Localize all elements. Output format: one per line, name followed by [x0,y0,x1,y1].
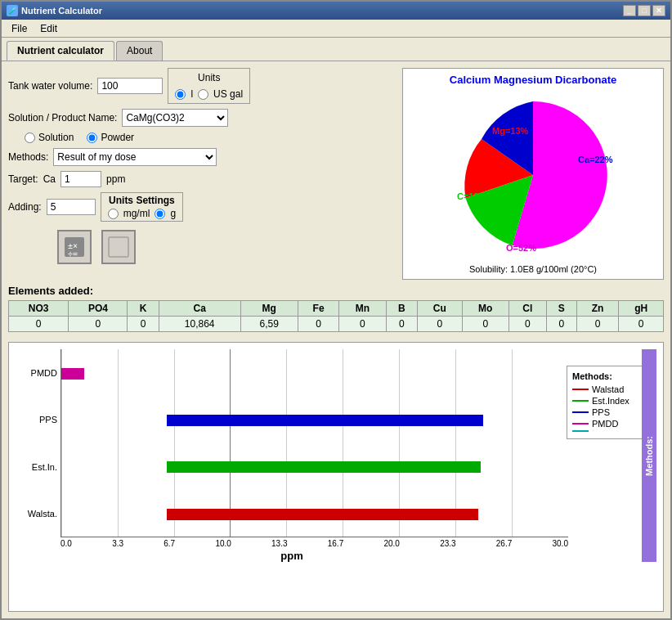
x-label-4: 13.3 [271,539,287,548]
reset-button[interactable] [101,230,136,264]
solution-radio[interactable] [25,133,35,143]
val-ca: 10,864 [159,317,240,332]
val-b: 0 [386,317,418,332]
elements-section: Elements added: NO3 PO4 K Ca Mg Fe Mn B … [8,285,664,332]
adding-input[interactable] [47,199,96,215]
elements-label: Elements added: [8,285,664,297]
controls-panel: Tank water volume: Units l US gal [8,68,394,280]
tank-input[interactable] [97,78,163,94]
top-section: Tank water volume: Units l US gal [8,68,664,280]
chart-wrapper: PMDD PPS Est.In. Walsta. [16,349,656,562]
title-controls: _ □ ✕ [623,5,665,16]
svg-rect-3 [109,237,128,257]
unit-l-radio[interactable] [175,89,186,100]
units-settings-radio-row: mg/ml g [108,208,176,219]
y-label-estin: Est.In. [16,443,57,491]
adding-label: Adding: [8,201,42,213]
tabs: Nutrient calculator About [2,38,670,61]
minimize-button[interactable]: _ [623,5,636,16]
legend-estindex-color [572,400,589,402]
solution-label: Solution [38,132,74,143]
title-bar: 🧪 Nutrient Calculator _ □ ✕ [2,2,670,20]
target-unit: ppm [106,173,125,185]
col-cu: Cu [418,301,462,317]
x-label-5: 16.7 [328,539,343,548]
chart-x-labels: 0.0 3.3 6.7 10.0 13.3 16.7 20.0 23.3 26.… [16,539,568,548]
menu-file[interactable]: File [5,21,34,36]
methods-select[interactable]: Result of my dose Walstad Est.Index PPS … [53,148,217,166]
menu-bar: File Edit [2,20,670,38]
y-label-walsta: Walsta. [16,491,57,538]
chart-inner: PMDD PPS Est.In. Walsta. [16,349,568,562]
pie-solubility: Solubility: 1.0E8 g/100ml (20°C) [469,264,597,274]
adding-row: Adding: Units Settings mg/ml g [8,192,394,222]
x-label-6: 20.0 [383,539,399,548]
product-select[interactable]: CaMg(CO3)2 [122,109,228,127]
x-label-8: 26.7 [496,539,512,548]
val-mn: 0 [339,317,386,332]
product-row: Solution / Product Name: CaMg(CO3)2 [8,109,394,127]
calculate-button[interactable]: ±× ÷= [57,230,92,264]
tank-label: Tank water volume: [8,80,92,92]
x-label-0: 0.0 [60,539,72,548]
target-row: Target: Ca ppm [8,171,394,187]
legend-walstad-color [572,389,589,390]
tank-row: Tank water volume: Units l US gal [8,68,394,104]
tab-nutrient-calculator[interactable]: Nutrient calculator [7,41,114,61]
methods-vertical-label: Methods: [644,436,654,476]
val-gh: 0 [619,317,664,332]
legend-walstad-label: Walstad [592,384,624,394]
close-button[interactable]: ✕ [652,5,665,16]
val-po4: 0 [69,317,128,332]
svg-text:Ca=22%: Ca=22% [578,155,613,164]
col-fe: Fe [298,301,339,317]
legend-title: Methods: [572,371,643,381]
g-label: g [170,208,176,219]
chart-x-title: ppm [16,550,568,562]
tab-about[interactable]: About [116,41,163,61]
col-mg: Mg [240,301,298,317]
pie-container: Ca=22% Mg=13% C=13% O=52% [447,89,619,261]
reset-icon [107,236,130,258]
val-fe: 0 [298,317,339,332]
maximize-button[interactable]: □ [638,5,651,16]
svg-text:÷=: ÷= [68,249,78,258]
x-label-2: 6.7 [164,539,175,548]
x-label-3: 10.0 [215,539,231,548]
x-label-7: 23.3 [440,539,455,548]
col-po4: PO4 [69,301,128,317]
buttons-row: ±× ÷= [8,230,394,264]
grid-8 [512,349,513,537]
methods-row: Methods: Result of my dose Walstad Est.I… [8,148,394,166]
legend-pps-label: PPS [592,407,610,417]
g-radio[interactable] [155,209,165,219]
chart-legend: Methods: Walstad Est.Index PPS [567,366,648,439]
calc-icon: ±× ÷= [63,236,86,258]
menu-edit[interactable]: Edit [34,21,64,36]
y-label-pmdd: PMDD [16,349,57,397]
chart-y-labels: PMDD PPS Est.In. Walsta. [16,349,60,537]
legend-pps-color [572,411,589,413]
target-input[interactable] [60,171,101,187]
chart-section: PMDD PPS Est.In. Walsta. [8,342,664,612]
grid-1 [118,349,119,537]
unit-gal-radio[interactable] [198,89,208,100]
powder-radio[interactable] [87,133,97,143]
svg-text:Mg=13%: Mg=13% [492,126,529,136]
units-settings-label: Units Settings [108,195,176,206]
bar-walstad [167,509,478,520]
col-s: S [546,301,576,317]
table-header-row: NO3 PO4 K Ca Mg Fe Mn B Cu Mo Cl S Zn gH [9,301,664,317]
main-content: Tank water volume: Units l US gal [2,61,670,618]
col-mn: Mn [339,301,386,317]
table-row: 0 0 0 10,864 6,59 0 0 0 0 0 0 0 0 0 [9,317,664,332]
mgml-radio[interactable] [108,209,119,219]
chart-area: PMDD PPS Est.In. Walsta. [16,349,568,537]
col-mo: Mo [462,301,508,317]
bar-pps [167,415,484,426]
methods-vertical-bar: Methods: [642,349,656,562]
units-radio-row: l US gal [175,88,243,100]
units-settings-box: Units Settings mg/ml g [101,192,183,222]
col-cl: Cl [508,301,546,317]
target-element: Ca [43,173,56,185]
